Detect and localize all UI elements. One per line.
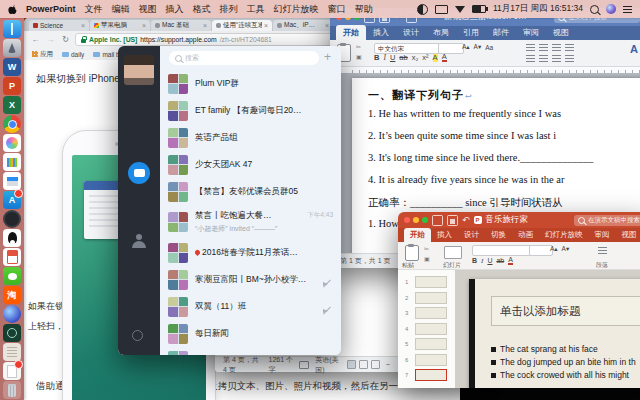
launchpad-icon[interactable] (3, 39, 21, 57)
bookmark-item[interactable]: daily (62, 51, 84, 58)
clipboard-small-buttons[interactable] (424, 245, 430, 262)
indent-icon[interactable] (565, 44, 574, 51)
photos-icon[interactable] (3, 134, 21, 152)
qq-conversation-row[interactable]: 寒潮豆富阳丨BM~孙小校学… (160, 266, 341, 293)
zoom-button[interactable] (422, 217, 428, 223)
clock[interactable]: 11月17日 周四 16:51:34 (493, 3, 583, 15)
qq-conversation-row[interactable]: 每日新闻 (160, 320, 341, 347)
siri-icon[interactable] (3, 305, 21, 323)
view-switcher[interactable] (347, 360, 380, 369)
wifi-icon[interactable] (455, 6, 465, 13)
slide-thumbnail[interactable] (415, 354, 447, 366)
menu-item[interactable]: 编辑 (112, 3, 130, 16)
font-color-icon[interactable]: A (442, 53, 447, 62)
minimize-button[interactable] (413, 217, 419, 223)
app-store-icon[interactable] (3, 191, 21, 209)
slide-thumbnail-row[interactable]: 3 (398, 307, 455, 320)
bold-icon[interactable]: B (472, 257, 477, 264)
slide-thumbnail-row[interactable]: 5 (398, 338, 455, 351)
paragraph-icon[interactable] (598, 247, 607, 254)
word-tab-插入[interactable]: 插入 (366, 25, 396, 40)
menu-item[interactable]: 文件 (85, 3, 103, 16)
subscript-icon[interactable]: x₂ (412, 53, 419, 62)
word-tab-邮件[interactable]: 邮件 (486, 25, 516, 40)
forward-button[interactable] (45, 34, 56, 45)
notification-center-icon[interactable] (623, 6, 632, 13)
add-button[interactable] (324, 50, 331, 64)
slide-thumbnail-row[interactable]: 1 (398, 276, 455, 289)
keyboard-status-icon[interactable] (435, 5, 448, 14)
qq-conversation-row[interactable]: 【禁言】友邻优课会员群05 (160, 178, 341, 205)
trash-icon[interactable] (3, 381, 21, 399)
ppt-tab-切换[interactable]: 切换 (485, 228, 512, 242)
qq-conversation-row[interactable]: 少女天团AK 47 (160, 151, 341, 178)
menu-item[interactable]: 视图 (139, 3, 157, 16)
qq-conversation-row[interactable]: 2016培春学院11月茶话… (160, 239, 341, 266)
clipboard-small-buttons[interactable] (356, 43, 362, 60)
web-layout-view-icon[interactable] (359, 360, 368, 369)
slide-thumbnail[interactable] (415, 338, 447, 350)
zoom-out-button[interactable] (386, 361, 390, 368)
ppt-tab-开始[interactable]: 开始 (404, 228, 431, 242)
new-doc-icon[interactable] (432, 215, 443, 226)
numbers-icon[interactable] (3, 153, 21, 171)
slide[interactable]: 单击以添加标题 The cat sprang at his faceThe do… (469, 279, 640, 388)
user-avatar[interactable] (124, 55, 154, 85)
finder-icon[interactable] (3, 20, 21, 38)
language-indicator[interactable]: 英语(美国) (315, 355, 341, 375)
print-layout-view-icon[interactable] (347, 360, 356, 369)
superscript-icon[interactable]: x² (422, 53, 428, 62)
menu-item[interactable]: 工具 (247, 3, 265, 16)
italic-icon[interactable]: I (383, 53, 386, 62)
font-style-buttons[interactable]: B I U ab x₂ x² A A (374, 53, 447, 62)
strikethrough-icon[interactable]: ab (399, 53, 407, 62)
qq-conversation-row[interactable]: Plum VIP群 (160, 70, 341, 97)
shrink-font-icon[interactable]: A▾ (562, 245, 570, 253)
siri-icon[interactable] (606, 4, 616, 14)
slide-thumbnail[interactable] (415, 292, 447, 304)
paragraph-buttons-row1[interactable] (526, 44, 574, 51)
slide-title-placeholder[interactable]: 单击以添加标题 (491, 296, 640, 326)
multilevel-list-icon[interactable] (552, 44, 561, 51)
shrink-font-icon[interactable]: A▾ (474, 43, 482, 51)
undo-icon[interactable] (462, 216, 470, 225)
menu-item[interactable]: 排列 (220, 3, 238, 16)
change-case-icon[interactable]: Aa (485, 44, 493, 51)
outline-view-icon[interactable] (371, 360, 380, 369)
back-button[interactable] (30, 34, 41, 45)
qq-conversation-row[interactable]: 【禁言】培春学院2016群 (160, 347, 341, 355)
align-left-icon[interactable] (526, 55, 535, 62)
word-tab-开始[interactable]: 开始 (336, 25, 366, 40)
qq-icon[interactable] (3, 229, 21, 247)
bold-icon[interactable]: B (374, 53, 379, 62)
ppt-tab-幻灯片放映[interactable]: 幻灯片放映 (539, 228, 589, 242)
italic-icon[interactable]: I (481, 257, 483, 265)
settings-icon[interactable] (132, 330, 143, 341)
copy-icon[interactable] (424, 255, 430, 262)
wechat-icon[interactable] (3, 267, 21, 285)
close-button[interactable] (404, 217, 410, 223)
ppt-tab-动画[interactable]: 动画 (512, 228, 539, 242)
font-resize-buttons[interactable]: A▴ A▾ Aa (462, 43, 493, 51)
word-tab-引用[interactable]: 引用 (456, 25, 486, 40)
ppt-tab-审阅[interactable]: 审阅 (589, 228, 616, 242)
copy-icon[interactable] (356, 53, 362, 60)
menu-item[interactable]: 插入 (166, 3, 184, 16)
align-right-icon[interactable] (552, 55, 561, 62)
slide-thumbnail[interactable] (415, 307, 447, 319)
font-color-icon[interactable]: A (508, 256, 513, 265)
browser-tab[interactable]: Mac、iP…× (273, 20, 333, 31)
tab-close-icon[interactable]: × (325, 22, 329, 29)
grow-font-icon[interactable]: A▴ (462, 43, 470, 51)
green-app-icon[interactable] (3, 324, 21, 342)
browser-tab[interactable]: Mac 基础× (151, 20, 211, 31)
window-controls[interactable] (404, 217, 428, 223)
document-icon[interactable] (3, 362, 21, 380)
menu-item[interactable]: 帮助 (355, 3, 373, 16)
browser-tab[interactable]: 使用“连续互通”× (212, 20, 272, 31)
styles-pane-icon[interactable]: A (630, 43, 638, 55)
line-spacing-icon[interactable] (565, 55, 574, 62)
slide-thumbnail[interactable] (415, 323, 447, 335)
slide-bullet-list[interactable]: The cat sprang at his faceThe dog jumped… (491, 343, 640, 382)
presentation-search-field[interactable]: 在演示文稿中搜索 (574, 215, 640, 226)
